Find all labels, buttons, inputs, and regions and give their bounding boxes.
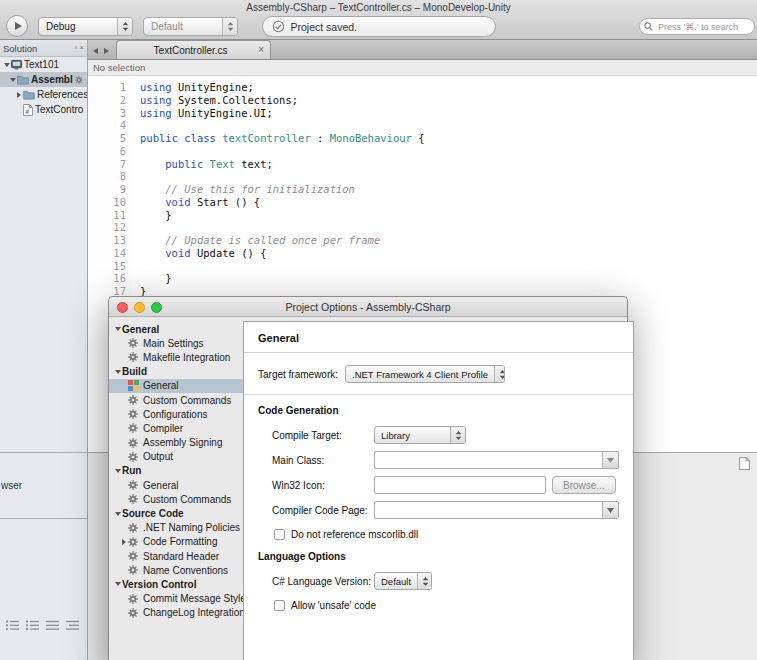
tree-item-label: Text101 bbox=[24, 59, 59, 70]
options-tree-item[interactable]: General bbox=[109, 379, 243, 393]
nav-back-icon[interactable] bbox=[93, 48, 98, 54]
target-framework-select[interactable]: .NET Framework 4 Client Profile bbox=[345, 365, 505, 383]
options-tree-item[interactable]: Name Conventions bbox=[109, 563, 243, 577]
code-line[interactable]: public Text text; bbox=[140, 158, 757, 171]
code-line[interactable] bbox=[140, 260, 757, 273]
main-class-label: Main Class: bbox=[272, 455, 374, 466]
line-number: 13 bbox=[88, 234, 126, 247]
win32-icon-input[interactable] bbox=[374, 476, 546, 494]
solution-pad-title: Solution bbox=[3, 43, 72, 54]
main-class-combo[interactable] bbox=[374, 451, 619, 469]
main-toolbar: Debug Default Project saved. bbox=[0, 13, 757, 39]
code-line[interactable]: void Start () { bbox=[140, 196, 757, 209]
updown-arrows-icon bbox=[417, 573, 432, 589]
options-tree-item[interactable]: General bbox=[109, 478, 243, 492]
line-number: 3 bbox=[88, 107, 126, 120]
compile-target-select[interactable]: Library bbox=[374, 426, 466, 444]
code-line[interactable] bbox=[140, 221, 757, 234]
minimize-window-icon[interactable] bbox=[134, 302, 145, 313]
options-tree-item[interactable]: ChangeLog Integration bbox=[109, 606, 243, 620]
code-line[interactable]: } bbox=[140, 272, 757, 285]
disclosure-icon[interactable] bbox=[113, 367, 122, 376]
disclosure-icon bbox=[119, 396, 128, 405]
menu-lines-icon[interactable] bbox=[46, 620, 59, 631]
options-tree-item[interactable]: Commit Message Style bbox=[109, 592, 243, 606]
search-input[interactable] bbox=[656, 21, 750, 33]
code-line[interactable]: void Update () { bbox=[140, 247, 757, 260]
target-framework-row: Target framework: .NET Framework 4 Clien… bbox=[258, 365, 619, 383]
options-tree-item[interactable]: Code Formatting bbox=[109, 535, 243, 549]
disclosure-icon[interactable] bbox=[119, 537, 128, 546]
run-target-dropdown[interactable]: Default bbox=[143, 17, 238, 36]
options-tree-item[interactable]: Output bbox=[109, 450, 243, 464]
disclosure-icon[interactable] bbox=[14, 90, 23, 99]
solution-tree-item[interactable]: Text101 bbox=[0, 57, 87, 72]
gear-icon bbox=[128, 409, 140, 419]
disclosure-icon[interactable] bbox=[2, 60, 11, 69]
options-tree-item[interactable]: Configurations bbox=[109, 407, 243, 421]
options-tree-item[interactable]: Standard Header bbox=[109, 549, 243, 563]
gear-icon bbox=[128, 338, 140, 348]
code-line[interactable]: } bbox=[140, 209, 757, 222]
search-icon bbox=[644, 22, 653, 31]
options-tree-item[interactable]: Source Code bbox=[109, 506, 243, 520]
code-line[interactable]: using UnityEngine.UI; bbox=[140, 107, 757, 120]
tree-item-label: Custom Commands bbox=[143, 395, 231, 406]
mscorlib-checkbox[interactable] bbox=[274, 529, 285, 540]
options-tree-item[interactable]: Main Settings bbox=[109, 336, 243, 350]
code-line[interactable] bbox=[140, 145, 757, 158]
options-tree-item[interactable]: Build bbox=[109, 365, 243, 379]
solution-tree-item[interactable]: Assembl bbox=[0, 72, 87, 87]
disclosure-icon[interactable] bbox=[113, 509, 122, 518]
tab-close-icon[interactable]: × bbox=[258, 45, 264, 55]
browse-button[interactable]: Browse... bbox=[552, 476, 616, 494]
disclosure-icon bbox=[119, 353, 128, 362]
build-configuration-dropdown[interactable]: Debug bbox=[38, 17, 133, 36]
code-line[interactable]: public class textController : MonoBehavi… bbox=[140, 132, 757, 145]
options-tree-item[interactable]: Assembly Signing bbox=[109, 436, 243, 450]
code-line[interactable]: using System.Collections; bbox=[140, 94, 757, 107]
options-tree-item[interactable]: Custom Commands bbox=[109, 393, 243, 407]
disclosure-icon[interactable] bbox=[113, 466, 122, 475]
disclosure-icon[interactable] bbox=[8, 75, 17, 84]
compile-target-row: Compile Target: Library bbox=[272, 426, 619, 444]
bullet-list-icon[interactable] bbox=[6, 620, 19, 631]
code-line[interactable]: using UnityEngine; bbox=[140, 81, 757, 94]
options-tree-item[interactable]: Makefile Integration bbox=[109, 350, 243, 364]
options-tree-item[interactable]: Custom Commands bbox=[109, 492, 243, 506]
options-tree-item[interactable]: Version Control bbox=[109, 577, 243, 591]
bottom-pad-toolbar bbox=[6, 620, 79, 631]
unsafe-checkbox[interactable] bbox=[274, 600, 285, 611]
tab-textcontroller[interactable]: TextController.cs × bbox=[116, 40, 271, 59]
close-pad-icon[interactable]: × bbox=[79, 44, 84, 52]
dock-icon[interactable]: ▫ bbox=[74, 44, 77, 52]
nav-forward-icon[interactable] bbox=[104, 48, 109, 54]
code-line[interactable]: // Use this for initialization bbox=[140, 183, 757, 196]
close-window-icon[interactable] bbox=[117, 302, 128, 313]
compiler-code-page-combo[interactable] bbox=[374, 501, 619, 519]
pad-divider bbox=[0, 452, 87, 453]
code-line[interactable] bbox=[140, 119, 757, 132]
line-number: 5 bbox=[88, 132, 126, 145]
document-icon[interactable] bbox=[739, 456, 750, 474]
zoom-window-icon[interactable] bbox=[151, 302, 162, 313]
csharp-version-select[interactable]: Default bbox=[374, 572, 432, 590]
disclosure-icon[interactable] bbox=[113, 580, 122, 589]
gear-icon bbox=[128, 352, 140, 362]
justify-lines-icon[interactable] bbox=[66, 620, 79, 631]
options-tree-item[interactable]: .NET Naming Policies bbox=[109, 521, 243, 535]
disclosure-icon[interactable] bbox=[113, 325, 122, 334]
code-line[interactable]: // Update is called once per frame bbox=[140, 234, 757, 247]
options-tree-item[interactable]: General bbox=[109, 322, 243, 336]
options-tree-item[interactable]: Run bbox=[109, 464, 243, 478]
run-button[interactable] bbox=[6, 15, 28, 37]
solution-pad-header: Solution ▫ × bbox=[0, 40, 87, 57]
status-text: Project saved. bbox=[291, 21, 358, 33]
options-tree-item[interactable]: Compiler bbox=[109, 421, 243, 435]
tree-item-label: Makefile Integration bbox=[143, 352, 230, 363]
numbered-list-icon[interactable] bbox=[26, 620, 39, 631]
code-line[interactable] bbox=[140, 170, 757, 183]
solution-tree-item[interactable]: #TextContro bbox=[0, 102, 87, 117]
disclosure-icon bbox=[119, 381, 128, 390]
solution-tree-item[interactable]: References bbox=[0, 87, 87, 102]
